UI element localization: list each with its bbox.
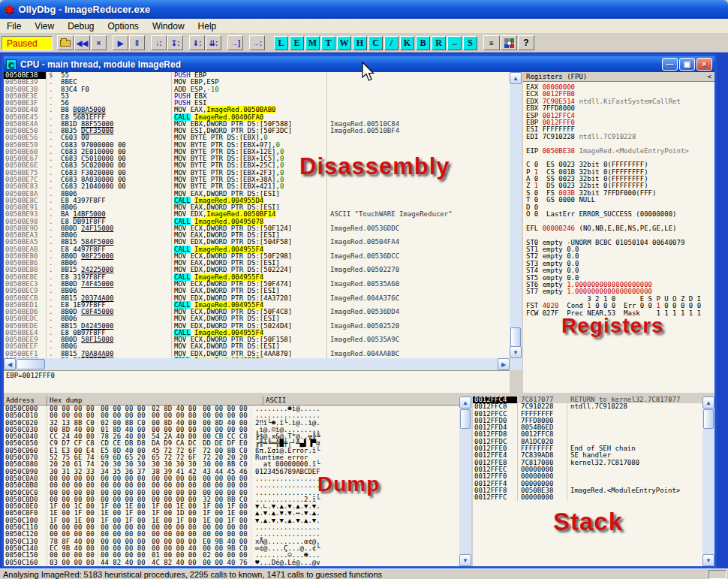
registers-pane[interactable]: Registers (FPU) < EAX 00000000ECX 0012FF… xyxy=(523,72,714,393)
disassembly-vscrollbar[interactable]: ▲ ▼ xyxy=(510,72,522,358)
registers-header-label: Registers (FPU) xyxy=(526,72,587,81)
cpu-maximize-button[interactable]: ▣ xyxy=(679,58,695,71)
view-button-slash[interactable]: / xyxy=(384,36,399,50)
open-file-button[interactable] xyxy=(57,35,74,50)
status-paused-indicator: Paused xyxy=(2,36,53,50)
view-button-more[interactable]: ... xyxy=(447,36,462,50)
menu-item-help[interactable]: Help xyxy=(191,19,224,33)
status-bar: Analysing ImageRed: 5183 heuristical pro… xyxy=(0,568,728,579)
open-folder-icon xyxy=(60,40,71,47)
disassembly-pane[interactable]: 0050BE38$55PUSH EBP0050BE39.8BECMOV EBP,… xyxy=(4,72,510,358)
view-button-s[interactable]: S xyxy=(463,36,477,50)
scroll-down-icon[interactable]: ▼ xyxy=(459,554,471,566)
register-line[interactable]: EDI 7C910228 ntdll.7C910228 xyxy=(526,134,714,140)
view-button-e[interactable]: E xyxy=(290,36,304,50)
cpu-window-icon: C xyxy=(6,59,17,70)
stack-row[interactable]: 0012FFC87C910228ntdll.7C910228 xyxy=(473,403,702,410)
dump-vscroll-thumb[interactable] xyxy=(460,409,471,429)
help-button[interactable]: ? xyxy=(518,35,534,50)
scroll-left-icon[interactable]: ◀ xyxy=(4,358,16,370)
disasm-row[interactable]: 0050BE3B.83C4 F0ADD ESP,-10 xyxy=(4,86,510,93)
stack-vscrollbar[interactable]: ▲ ▼ xyxy=(702,397,714,566)
stack-row[interactable]: 0012FFCCFFFFFFFF xyxy=(473,411,702,418)
cpu-window-title: CPU - main thread, module ImageRed xyxy=(20,59,181,70)
annotation-stack: Stack xyxy=(553,508,623,536)
view-button-w[interactable]: W xyxy=(337,36,351,50)
menu-item-file[interactable]: File xyxy=(0,19,28,33)
view-button-h[interactable]: H xyxy=(353,36,367,50)
pause-button[interactable]: ‖ xyxy=(129,35,145,50)
dump-row[interactable]: 0050C16003 00 00 0044 82 40 004C 82 40 0… xyxy=(4,559,459,566)
dump-pane[interactable]: Address Hex dump ASCII 0050C00000 00 00 … xyxy=(4,397,459,566)
stack-vscroll-thumb[interactable] xyxy=(703,409,714,429)
step-over-button[interactable]: ↧: xyxy=(167,35,183,50)
cpu-minimize-button[interactable]: — xyxy=(662,58,678,71)
stack-row[interactable]: 0012FFF000000000 xyxy=(473,473,702,480)
go-to-button[interactable]: →: xyxy=(249,35,265,50)
disasm-row[interactable]: 0050BE38$55PUSH EBP xyxy=(4,72,510,79)
main-window-title: OllyDbg - ImageReducer.exe xyxy=(19,4,151,15)
scroll-up-icon[interactable]: ▲ xyxy=(459,397,471,409)
annotation-registers: Registers xyxy=(561,314,664,338)
view-button-l[interactable]: L xyxy=(274,36,288,50)
view-button-m[interactable]: M xyxy=(305,36,320,50)
stack-row[interactable]: 0012FFF80050BE38ImageRed.<ModuleEntryPoi… xyxy=(473,487,702,494)
register-line[interactable]: O 0 LastErr ERROR_SUCCESS (00000000) xyxy=(526,211,714,218)
menu-item-options[interactable]: Options xyxy=(101,19,146,33)
disasm-row[interactable]: 0050BE3E.53PUSH EBX xyxy=(4,93,510,100)
scroll-down-icon[interactable]: ▼ xyxy=(702,554,714,566)
scroll-down-icon[interactable]: ▼ xyxy=(510,346,522,358)
status-grip xyxy=(708,570,726,579)
view-button-t[interactable]: T xyxy=(321,36,335,50)
collapse-button[interactable]: < xyxy=(708,72,711,81)
dump-vscrollbar[interactable]: ▲ ▼ xyxy=(459,397,471,566)
register-line[interactable]: EIP 0050BE38 ImageRed.<ModuleEntryPoint> xyxy=(526,148,714,155)
step-into-button[interactable]: ↓: xyxy=(151,35,167,50)
annotation-dump: Dump xyxy=(317,472,380,496)
animate-into-button[interactable]: ⇓: xyxy=(189,35,205,50)
restart-button[interactable]: ◀◀ xyxy=(74,35,90,50)
stack-row[interactable]: 0012FFD48054B6ED xyxy=(473,424,702,431)
windows-list-icon: ≡ xyxy=(489,39,494,47)
scroll-up-icon[interactable]: ▲ xyxy=(510,72,522,84)
register-line[interactable]: T 0 GS 0000 NULL xyxy=(526,197,714,204)
main-titlebar[interactable]: ✱ OllyDbg - ImageReducer.exe xyxy=(0,0,728,19)
stack-row[interactable]: 0012FFE87C817080kernel32.7C817080 xyxy=(473,460,702,466)
menu-item-window[interactable]: Window xyxy=(146,19,191,33)
appearance-icon xyxy=(504,38,514,48)
registers-header: Registers (FPU) < xyxy=(523,72,714,82)
view-button-b[interactable]: B xyxy=(416,36,430,50)
stack-pane[interactable]: 0012FFC47C817077RETURN to kernel32.7C817… xyxy=(473,397,702,566)
cpu-close-button[interactable]: × xyxy=(696,58,712,71)
view-button-r[interactable]: R xyxy=(432,36,446,50)
menu-bar: FileViewDebugOptionsWindowHelp xyxy=(0,19,728,34)
dump-header-ascii: ASCII xyxy=(263,397,459,405)
disassembly-hscroll-thumb[interactable] xyxy=(17,359,45,369)
disassembly-hscrollbar[interactable]: ◀ ▶ xyxy=(4,358,510,370)
appearance-button[interactable] xyxy=(501,35,517,50)
animate-over-button[interactable]: ⇊: xyxy=(206,35,221,50)
run-button[interactable]: ▶ xyxy=(113,35,128,50)
menu-item-debug[interactable]: Debug xyxy=(61,19,101,33)
scroll-up-icon[interactable]: ▲ xyxy=(702,397,714,409)
stack-row[interactable]: 0012FFFC00000000 xyxy=(473,494,702,501)
windows-list-button[interactable]: ≡ xyxy=(483,35,500,50)
register-line[interactable]: EFL 00000246 (NO,NB,E,BE,NS,PE,GE,LE) xyxy=(526,225,714,232)
status-text: Analysing ImageRed: 5183 heuristical pro… xyxy=(0,570,708,579)
execute-till-return-button[interactable]: →] xyxy=(227,35,243,50)
disassembly-vscroll-thumb[interactable] xyxy=(510,327,521,347)
close-program-button[interactable]: × xyxy=(91,35,107,50)
stack-row[interactable]: 0012FFD07FFD8000 xyxy=(473,418,702,424)
stack-row[interactable]: 0012FFD80012FFC8 xyxy=(473,431,702,438)
view-button-k[interactable]: K xyxy=(400,36,414,50)
info-pane[interactable]: EBP=0012FFF0 xyxy=(4,370,510,393)
dump-header-hex: Hex dump xyxy=(47,397,263,405)
scroll-right-icon[interactable]: ▶ xyxy=(498,358,510,370)
ollydbg-app-icon: ✱ xyxy=(5,3,14,17)
toolbar: Paused ◀◀×▶‖↓:↧:⇓:⇊:→]→: LEMTWHC/KBR...S… xyxy=(0,34,728,53)
menu-item-view[interactable]: View xyxy=(28,19,61,33)
info-line: EBP=0012FFF0 xyxy=(6,372,55,379)
stack-row[interactable]: 0012FFEC00000000 xyxy=(473,466,702,473)
view-button-c[interactable]: C xyxy=(369,36,383,50)
cpu-window-titlebar[interactable]: C CPU - main thread, module ImageRed — ▣… xyxy=(4,56,714,72)
